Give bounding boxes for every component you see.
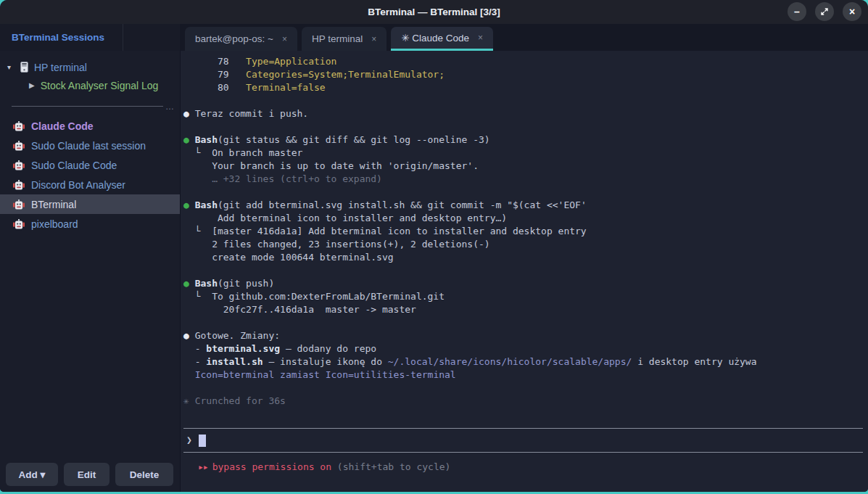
double-arrow-icon: ▸▸: [198, 461, 208, 472]
terminal-line: └ [master 416da1a] Add bterminal icon to…: [183, 225, 863, 238]
terminal-line: 2 files changed, 23 insertions(+), 2 del…: [183, 238, 863, 251]
play-icon: ▶: [29, 81, 35, 89]
terminal-line: └ To github.com:DexterFromLab/BTerminal.…: [183, 290, 863, 303]
robot-icon: [13, 219, 25, 229]
divider-line: [12, 106, 163, 107]
sidebar-spacer: [0, 234, 180, 457]
bterminal-window: BTerminal — BTerminal [3/3] – × BTermina…: [0, 0, 868, 492]
terminal-line: └ On branch master: [183, 147, 863, 160]
sessions-header-label: BTerminal Sessions: [0, 24, 123, 51]
robot-icon: [13, 121, 25, 131]
main-area: ▾ HP terminal ▶ Stock Analyser Signal Lo…: [0, 51, 868, 492]
top-strip: BTerminal Sessions bartek@pop-os: ~×HP t…: [0, 24, 868, 51]
tab-bar: bartek@pop-os: ~×HP terminal×✳ Claude Co…: [180, 24, 868, 51]
maximize-button[interactable]: [815, 2, 834, 21]
terminal-line: Icon=bterminal zamiast Icon=utilities-te…: [183, 369, 863, 382]
tab-close-icon[interactable]: ×: [282, 34, 287, 44]
sidebar-item-pixelboard[interactable]: pixelboard: [0, 214, 180, 234]
terminal-pane[interactable]: 78 Type=Application 79 Categories=System…: [181, 51, 868, 492]
tab-close-icon[interactable]: ×: [371, 34, 376, 44]
tab-close-icon[interactable]: ×: [478, 33, 483, 43]
tab-label: HP terminal: [312, 33, 363, 44]
sessions-panel-header: BTerminal Sessions: [0, 24, 180, 51]
session-tree: ▾ HP terminal ▶ Stock Analyser Signal Lo…: [0, 51, 180, 234]
terminal-line: - install.sh — instaluje ikonę do ~/.loc…: [183, 355, 863, 369]
session-label: Sudo Claude last session: [31, 140, 146, 152]
tree-item-label: Stock Analyser Signal Log: [41, 80, 159, 91]
terminal-line: 80 Terminal=false: [183, 81, 863, 94]
delete-button[interactable]: Delete: [115, 463, 173, 486]
terminal-line: ● Bash(git push): [183, 277, 863, 290]
terminal-line: create mode 100644 bterminal.svg: [183, 251, 863, 264]
session-label: pixelboard: [31, 218, 78, 230]
terminal-line: 20fc27f..416da1a master -> master: [183, 303, 863, 316]
text-cursor: [199, 435, 206, 447]
sessions-sidebar: ▾ HP terminal ▶ Stock Analyser Signal Lo…: [0, 51, 181, 492]
sidebar-item-claude-code[interactable]: Claude Code: [0, 116, 180, 136]
window-title: BTerminal — BTerminal [3/3]: [368, 7, 500, 17]
session-label: Sudo Claude Code: [31, 160, 117, 171]
robot-icon: [13, 180, 25, 190]
sidebar-buttons: Add ▾EditDelete: [0, 457, 180, 492]
tab-label: bartek@pop-os: ~: [195, 33, 273, 44]
terminal-line: ● Teraz commit i push.: [183, 107, 863, 120]
sidebar-item-discord-bot-analyser[interactable]: Discord Bot Analyser: [0, 175, 180, 194]
terminal-line: [183, 120, 863, 133]
sidebar-item-sudo-claude-last-session[interactable]: Sudo Claude last session: [0, 136, 180, 155]
sidebar-item-bterminal[interactable]: BTerminal: [0, 194, 180, 214]
session-list: Claude CodeSudo Claude last sessionSudo …: [0, 116, 180, 234]
terminal-input-box[interactable]: ❯: [183, 428, 863, 453]
tab-bartek-pop-os[interactable]: bartek@pop-os: ~×: [185, 27, 297, 51]
close-button[interactable]: ×: [843, 2, 861, 21]
tree-item-stock-analyser-signal-log[interactable]: ▶ Stock Analyser Signal Log: [0, 76, 180, 94]
robot-icon: [13, 199, 25, 210]
robot-icon: [13, 160, 25, 170]
tab-claude-code[interactable]: ✳ Claude Code×: [391, 27, 493, 51]
permission-hint: (shift+tab to cycle): [337, 461, 451, 472]
sidebar-item-sudo-claude-code[interactable]: Sudo Claude Code: [0, 155, 180, 175]
terminal-line: [183, 316, 863, 329]
prompt-icon: ❯: [186, 434, 192, 447]
sidebar-divider: …: [12, 103, 174, 110]
edit-button[interactable]: Edit: [64, 463, 109, 486]
tab-hp-terminal[interactable]: HP terminal×: [302, 27, 387, 51]
maximize-icon: [820, 7, 829, 16]
terminal-line: - bterminal.svg — dodany do repo: [183, 342, 863, 355]
minimize-button[interactable]: –: [788, 2, 806, 21]
title-bar: BTerminal — BTerminal [3/3] – ×: [0, 0, 868, 24]
terminal-line: [183, 382, 863, 395]
minimize-icon: –: [794, 6, 800, 17]
terminal-line: Your branch is up to date with 'origin/m…: [183, 160, 863, 173]
terminal-output: 78 Type=Application 79 Categories=System…: [183, 55, 863, 408]
terminal-line: [183, 186, 863, 199]
terminal-line: ✳ Crunched for 36s: [183, 395, 863, 408]
robot-icon: [13, 141, 25, 151]
close-icon: ×: [849, 6, 855, 17]
terminal-line: [183, 264, 863, 277]
terminal-line: 78 Type=Application: [183, 55, 863, 68]
session-label: BTerminal: [31, 199, 76, 210]
chevron-down-icon[interactable]: ▾: [7, 63, 15, 71]
terminal-line: ● Bash(git status && git diff && git log…: [183, 133, 863, 147]
window-controls: – ×: [788, 2, 861, 21]
terminal-line: ● Bash(git add bterminal.svg install.sh …: [183, 199, 863, 212]
tab-label: ✳ Claude Code: [401, 32, 469, 44]
tree-item-label: HP terminal: [34, 62, 87, 73]
permissions-status: ▸▸bypass permissions on (shift+tab to cy…: [183, 461, 863, 474]
terminal-line: Add bterminal icon to installer and desk…: [183, 212, 863, 225]
tree-item-hp-terminal[interactable]: ▾ HP terminal: [0, 58, 180, 76]
add-button[interactable]: Add ▾: [6, 463, 58, 486]
terminal-line: [183, 94, 863, 107]
terminal-line: … +32 lines (ctrl+o to expand): [183, 173, 863, 186]
computer-icon: [20, 62, 28, 73]
session-label: Discord Bot Analyser: [31, 179, 125, 191]
terminal-line: ● Gotowe. Zmiany:: [183, 329, 863, 342]
permission-mode-label: bypass permissions on: [212, 461, 331, 472]
divider-ellipsis: …: [165, 103, 174, 110]
session-label: Claude Code: [31, 120, 94, 132]
terminal-line: 79 Categories=System;TerminalEmulator;: [183, 68, 863, 81]
